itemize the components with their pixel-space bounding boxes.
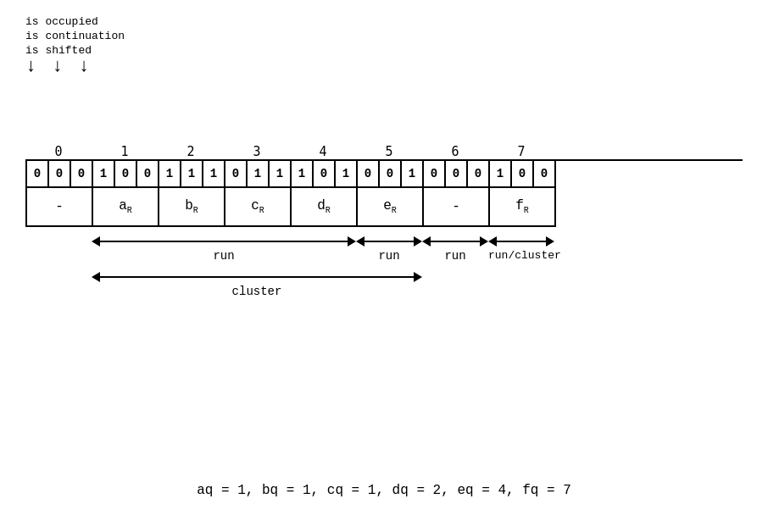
slot-label-0: - <box>55 199 64 214</box>
slot-3: cR <box>225 188 292 227</box>
run-label-2: run <box>356 249 422 263</box>
slot-2: bR <box>159 188 225 227</box>
bit-19: 0 <box>446 161 468 188</box>
slot-label-3: cR <box>251 198 264 215</box>
bit-18: 0 <box>424 161 446 188</box>
slot-label-7: fR <box>515 198 529 215</box>
bit-14: 1 <box>336 161 358 188</box>
bit-8: 1 <box>203 161 225 188</box>
slot-4: dR <box>292 188 358 227</box>
slot-label-4: dR <box>317 198 331 215</box>
bit-2: 0 <box>71 161 93 188</box>
bit-0: 0 <box>27 161 49 188</box>
run-cluster-arrow: run/cluster <box>488 236 554 262</box>
bit-10: 1 <box>248 161 270 188</box>
slot-7: fR <box>490 188 556 227</box>
col-index-0: 0 <box>25 144 92 159</box>
slot-0: - <box>27 188 93 227</box>
slot-5: eR <box>358 188 424 227</box>
col-index-1: 1 <box>92 144 158 159</box>
col-index-2: 2 <box>158 144 224 159</box>
legend-arrows: ↓ ↓ ↓ <box>25 58 90 76</box>
col-index-5: 5 <box>356 144 422 159</box>
arrows-area: run run run <box>25 230 743 307</box>
run-arrow-2: run <box>356 236 422 263</box>
bit-23: 0 <box>534 161 556 188</box>
col-index-6: 6 <box>422 144 488 159</box>
slot-1: aR <box>93 188 159 227</box>
bit-12: 1 <box>292 161 314 188</box>
run-arrow-1: run <box>92 236 356 263</box>
bit-row: 0 0 0 1 0 0 1 1 1 0 1 1 1 0 1 0 0 1 0 0 … <box>25 159 743 188</box>
col-index-7: 7 <box>488 144 554 159</box>
arrow-shifted: ↓ <box>78 58 89 76</box>
bit-13: 0 <box>314 161 336 188</box>
bit-16: 0 <box>380 161 402 188</box>
slot-label-2: bR <box>185 198 198 215</box>
bit-20: 0 <box>468 161 490 188</box>
arrow-occupied: ↓ <box>25 58 36 76</box>
run-cluster-label: run/cluster <box>488 249 554 262</box>
bit-4: 0 <box>115 161 137 188</box>
bit-17: 1 <box>402 161 424 188</box>
bit-3: 1 <box>93 161 115 188</box>
slot-6: - <box>424 188 490 227</box>
main-diagram: 0 1 2 3 4 5 6 7 0 0 0 1 0 0 1 1 1 0 1 1 … <box>25 144 743 307</box>
bit-5: 0 <box>137 161 159 188</box>
arrow-continuation: ↓ <box>52 58 63 76</box>
col-index-3: 3 <box>224 144 290 159</box>
legend-labels: is occupied is continuation is shifted <box>25 15 125 57</box>
bit-7: 1 <box>181 161 203 188</box>
bit-22: 0 <box>512 161 534 188</box>
col-indices: 0 1 2 3 4 5 6 7 <box>25 144 743 159</box>
bit-21: 1 <box>490 161 512 188</box>
run-label-1: run <box>92 249 356 263</box>
slot-label-6: - <box>452 199 460 214</box>
bit-15: 0 <box>358 161 380 188</box>
slot-label-1: aR <box>119 198 132 215</box>
slot-label-5: eR <box>383 198 397 215</box>
legend-shifted: is shifted <box>25 44 125 57</box>
bit-9: 0 <box>225 161 248 188</box>
bit-6: 1 <box>159 161 181 188</box>
legend-occupied: is occupied <box>25 15 125 28</box>
equation-text: aq = 1, bq = 1, cq = 1, dq = 2, eq = 4, … <box>197 483 571 498</box>
cluster-arrow: cluster <box>92 271 422 298</box>
slot-row: - aR bR cR dR eR - fR <box>25 188 743 227</box>
cluster-label: cluster <box>92 285 422 298</box>
equation: aq = 1, bq = 1, cq = 1, dq = 2, eq = 4, … <box>0 483 768 498</box>
bit-11: 1 <box>270 161 292 188</box>
legend-continuation: is continuation <box>25 30 125 42</box>
col-index-4: 4 <box>290 144 356 159</box>
run-label-3: run <box>422 249 488 263</box>
run-arrow-3: run <box>422 236 488 263</box>
bit-1: 0 <box>49 161 71 188</box>
